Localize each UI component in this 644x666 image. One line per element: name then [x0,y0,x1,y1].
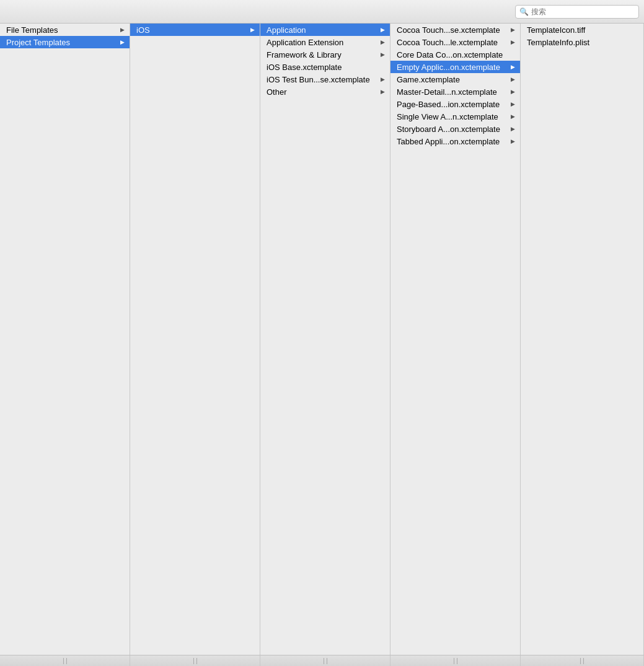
item-label-template-info-plist: TemplateInfo.plist [527,38,638,47]
item-label-cocoa-touch-le: Cocoa Touch...le.xctemplate [397,38,508,47]
item-label-page-based: Page-Based...ion.xctemplate [397,100,508,109]
list-item-storyboard[interactable]: Storyboard A...on.xctemplate▶ [390,123,520,135]
list-item-other[interactable]: Other▶ [260,85,390,98]
list-item-file-templates[interactable]: File Templates▶ [0,24,130,36]
item-label-game: Game.xctemplate [397,75,508,84]
search-input[interactable] [531,7,635,16]
list-item-framework-library[interactable]: Framework & Library▶ [260,48,390,61]
item-label-tabbed-app: Tabbed Appli...on.xctemplate [397,137,508,146]
list-item-application-extension[interactable]: Application Extension▶ [260,36,390,48]
list-item-template-info-plist[interactable]: TemplateInfo.plist [521,36,643,48]
resize-handle-5[interactable] [580,658,584,664]
chevron-icon-project-templates: ▶ [120,39,125,45]
column-4-content: Cocoa Touch...se.xctemplate▶Cocoa Touch.… [390,24,520,655]
chevron-icon-application: ▶ [381,27,385,33]
list-item-ios[interactable]: iOS▶ [130,24,260,36]
chevron-icon-ios-test-bundle: ▶ [381,76,385,82]
item-label-application: Application [267,25,378,35]
item-label-template-icon-tiff: TemplateIcon.tiff [527,25,638,35]
search-box[interactable]: 🔍 [515,5,639,19]
chevron-icon-tabbed-app: ▶ [511,138,515,144]
list-item-empty-application[interactable]: Empty Applic...on.xctemplate▶ [390,61,520,73]
list-item-ios-test-bundle[interactable]: iOS Test Bun...se.xctemplate▶ [260,73,390,85]
col-bottom-1 [0,655,130,666]
chevron-icon-game: ▶ [511,76,515,82]
chevron-icon-master-detail: ▶ [511,89,515,95]
item-label-core-data-co: Core Data Co...on.xctemplate [397,50,515,59]
item-label-project-templates: Project Templates [6,38,118,47]
item-label-cocoa-touch-se: Cocoa Touch...se.xctemplate [397,25,508,35]
list-item-master-detail[interactable]: Master-Detail...n.xctemplate▶ [390,85,520,98]
chevron-icon-framework-library: ▶ [381,51,385,58]
column-3-content: Application▶Application Extension▶Framew… [260,24,390,655]
col-bottom-4 [390,655,521,666]
resize-handle-4[interactable] [454,658,457,664]
col-bottom-2 [130,655,260,666]
item-label-ios-test-bundle: iOS Test Bun...se.xctemplate [267,75,378,84]
column-1-content: File Templates▶Project Templates▶ [0,24,130,655]
resize-handle-2[interactable] [193,658,197,664]
list-item-cocoa-touch-le[interactable]: Cocoa Touch...le.xctemplate▶ [390,36,520,48]
chevron-icon-empty-application: ▶ [511,64,515,70]
list-item-tabbed-app[interactable]: Tabbed Appli...on.xctemplate▶ [390,135,520,147]
item-label-file-templates: File Templates [6,25,118,35]
col-bottom-3 [260,655,390,666]
chevron-icon-other: ▶ [381,89,385,95]
list-item-single-view[interactable]: Single View A...n.xctemplate▶ [390,110,520,123]
columns-container: File Templates▶Project Templates▶ iOS▶ A… [0,24,644,655]
column-1: File Templates▶Project Templates▶ [0,24,130,655]
column-3: Application▶Application Extension▶Framew… [260,24,390,655]
chevron-icon-file-templates: ▶ [120,27,125,33]
search-icon: 🔍 [519,7,529,16]
list-item-page-based[interactable]: Page-Based...ion.xctemplate▶ [390,98,520,110]
chevron-icon-ios: ▶ [250,27,255,33]
column-5: TemplateIcon.tiffTemplateInfo.plist [521,24,644,655]
list-item-game[interactable]: Game.xctemplate▶ [390,73,520,85]
list-item-core-data-co[interactable]: Core Data Co...on.xctemplate [390,48,520,61]
chevron-icon-storyboard: ▶ [511,126,515,132]
column-2: iOS▶ [130,24,260,655]
toolbar: 🔍 [0,0,644,24]
list-item-cocoa-touch-se[interactable]: Cocoa Touch...se.xctemplate▶ [390,24,520,36]
list-item-ios-base[interactable]: iOS Base.xctemplate [260,61,390,73]
item-label-other: Other [267,87,378,97]
column-2-content: iOS▶ [130,24,260,655]
bottom-bar [0,655,644,666]
list-item-application[interactable]: Application▶ [260,24,390,36]
resize-handle-1[interactable] [63,658,67,664]
chevron-icon-application-extension: ▶ [381,39,385,45]
col-bottom-5 [521,655,644,666]
item-label-framework-library: Framework & Library [267,50,378,59]
chevron-icon-page-based: ▶ [511,101,515,107]
list-item-template-icon-tiff[interactable]: TemplateIcon.tiff [521,24,643,36]
column-4: Cocoa Touch...se.xctemplate▶Cocoa Touch.… [390,24,521,655]
item-label-single-view: Single View A...n.xctemplate [397,112,508,121]
resize-handle-3[interactable] [324,658,327,664]
list-item-project-templates[interactable]: Project Templates▶ [0,36,130,48]
item-label-empty-application: Empty Applic...on.xctemplate [397,63,508,72]
chevron-icon-cocoa-touch-le: ▶ [511,39,515,45]
chevron-icon-single-view: ▶ [511,113,515,120]
column-5-content: TemplateIcon.tiffTemplateInfo.plist [521,24,643,655]
item-label-ios: iOS [136,25,248,35]
item-label-application-extension: Application Extension [267,38,378,47]
item-label-storyboard: Storyboard A...on.xctemplate [397,125,508,134]
item-label-master-detail: Master-Detail...n.xctemplate [397,87,508,97]
chevron-icon-cocoa-touch-se: ▶ [511,27,515,33]
item-label-ios-base: iOS Base.xctemplate [267,63,385,72]
